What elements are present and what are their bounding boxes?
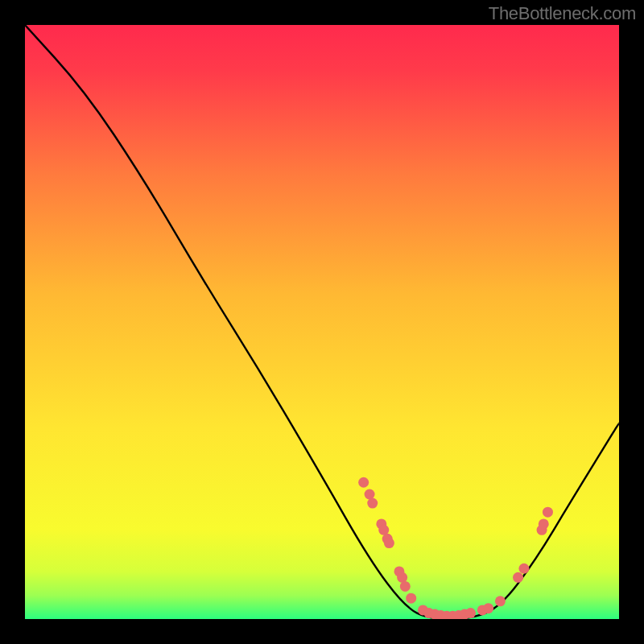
chart-background	[25, 25, 619, 619]
chart-dot	[358, 477, 369, 488]
chart-dot	[406, 593, 416, 604]
chart-dot	[483, 603, 493, 613]
chart-svg	[25, 25, 619, 619]
chart-container: TheBottleneck.com	[0, 0, 644, 644]
chart-dot	[543, 507, 553, 518]
chart-dot	[465, 608, 476, 618]
chart-dot	[397, 572, 407, 583]
chart-dot	[384, 538, 394, 548]
chart-dot	[378, 525, 389, 535]
chart-dot	[400, 581, 411, 592]
chart-dot	[365, 489, 375, 500]
attribution-text: TheBottleneck.com	[489, 3, 636, 24]
chart-dot	[495, 596, 506, 606]
chart-dot	[513, 572, 523, 583]
chart-dot	[539, 518, 549, 529]
chart-dot	[367, 498, 378, 509]
chart-dot	[518, 564, 529, 574]
